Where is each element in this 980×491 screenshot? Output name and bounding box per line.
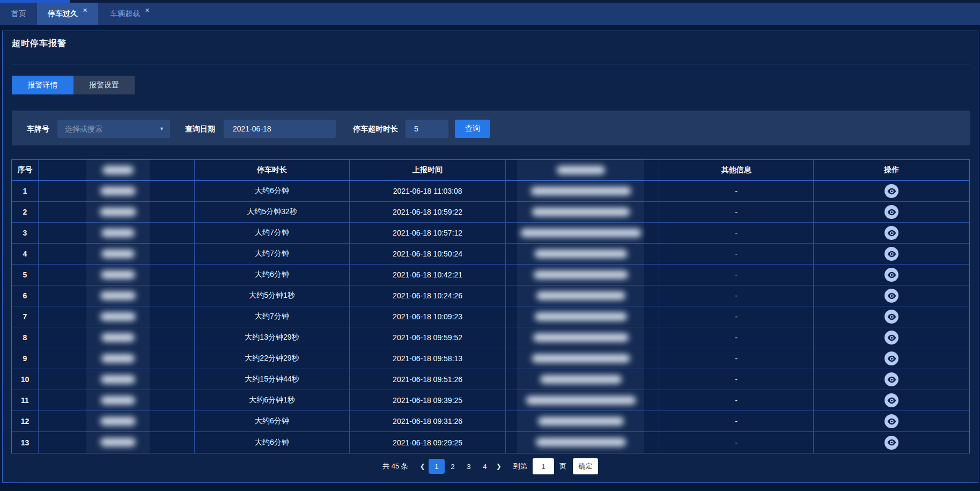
eye-icon <box>887 292 896 299</box>
timeout-input[interactable]: 5 <box>406 120 448 138</box>
chevron-down-icon: ▼ <box>159 120 164 138</box>
view-detail-button[interactable] <box>885 436 898 450</box>
cell-duration: 大约7分钟 <box>195 223 350 243</box>
cell-plate-blurred <box>39 285 195 306</box>
main-panel: 超时停车报警 报警详情 报警设置 车牌号 选择或搜索 ▼ 查询日期 2021-0… <box>2 31 978 483</box>
table-row: 3大约7分钟2021-06-18 10:57:12- <box>12 223 969 244</box>
cell-operation <box>814 181 969 201</box>
cell-location-blurred <box>506 411 659 431</box>
page-number[interactable]: 3 <box>461 459 477 474</box>
view-detail-button[interactable] <box>885 205 898 219</box>
column-header-blurred <box>39 160 195 180</box>
page-number[interactable]: 4 <box>477 459 493 474</box>
cell-plate-blurred <box>39 369 195 390</box>
view-detail-button[interactable] <box>885 372 898 386</box>
view-detail-button[interactable] <box>885 226 898 240</box>
goto-label: 到第 <box>513 461 527 471</box>
cell-plate-blurred <box>39 327 195 348</box>
cell-plate-blurred <box>39 306 195 327</box>
close-icon[interactable]: ✕ <box>145 7 150 14</box>
cell-plate-blurred <box>39 390 195 411</box>
table-row: 10大约15分钟44秒2021-06-18 09:51:26- <box>12 369 969 390</box>
cell-operation <box>814 244 969 264</box>
page-number[interactable]: 2 <box>445 459 461 474</box>
view-detail-button[interactable] <box>885 393 898 407</box>
cell-report-time: 2021-06-18 10:42:21 <box>350 265 506 285</box>
cell-duration: 大约6分钟 <box>195 181 350 201</box>
cell-duration: 大约13分钟29秒 <box>195 327 350 348</box>
cell-location-blurred <box>506 348 659 369</box>
eye-icon <box>887 188 896 195</box>
timeout-label: 停车超时时长 <box>353 120 398 138</box>
window-tab-label: 停车过久 <box>48 9 78 19</box>
cell-operation <box>814 265 969 285</box>
cell-duration: 大约6分钟 <box>195 411 350 431</box>
goto-confirm-button[interactable]: 确定 <box>573 458 598 474</box>
cell-index: 2 <box>12 202 39 222</box>
cell-report-time: 2021-06-18 09:51:26 <box>350 369 506 390</box>
cell-other-info: - <box>659 348 814 369</box>
plate-select[interactable]: 选择或搜索 ▼ <box>57 120 170 138</box>
eye-icon <box>887 209 896 216</box>
eye-icon <box>887 272 896 279</box>
cell-location-blurred <box>506 306 659 327</box>
search-button[interactable]: 查询 <box>455 120 490 138</box>
cell-location-blurred <box>506 223 659 243</box>
window-tab-parking-overtime[interactable]: 停车过久 ✕ <box>37 3 98 25</box>
page-title: 超时停车报警 <box>12 38 67 49</box>
view-detail-button[interactable] <box>885 247 898 261</box>
plate-select-placeholder: 选择或搜索 <box>57 124 102 133</box>
view-detail-button[interactable] <box>885 331 898 345</box>
cell-operation <box>814 285 969 306</box>
title-divider <box>11 64 970 64</box>
cell-plate-blurred <box>39 265 195 285</box>
view-detail-button[interactable] <box>885 414 898 428</box>
cell-index: 12 <box>12 411 39 431</box>
cell-duration: 大约6分钟1秒 <box>195 390 350 411</box>
view-detail-button[interactable] <box>885 310 898 324</box>
cell-other-info: - <box>659 390 814 411</box>
cell-location-blurred <box>506 432 659 453</box>
view-detail-button[interactable] <box>885 268 898 282</box>
tab-alarm-detail[interactable]: 报警详情 <box>12 76 73 94</box>
table-row: 6大约5分钟1秒2021-06-18 10:24:26- <box>12 285 969 306</box>
view-detail-button[interactable] <box>885 184 898 198</box>
goto-page-input[interactable] <box>533 458 554 474</box>
view-detail-button[interactable] <box>885 351 898 365</box>
column-header: 序号 <box>12 160 39 180</box>
cell-report-time: 2021-06-18 10:59:22 <box>350 202 506 222</box>
tab-alarm-settings[interactable]: 报警设置 <box>73 76 135 94</box>
cell-plate-blurred <box>39 223 195 243</box>
table-row: 1大约6分钟2021-06-18 11:03:08- <box>12 181 969 202</box>
eye-icon <box>887 355 896 362</box>
window-tab-vehicle-overload[interactable]: 车辆超载 ✕ <box>98 3 161 25</box>
eye-icon <box>887 439 896 446</box>
prev-page-icon[interactable]: ❮ <box>417 463 429 470</box>
view-detail-button[interactable] <box>885 289 898 303</box>
cell-other-info: - <box>659 432 814 453</box>
cell-index: 1 <box>12 181 39 201</box>
date-input[interactable]: 2021-06-18 <box>224 120 336 138</box>
cell-report-time: 2021-06-18 11:03:08 <box>350 181 506 201</box>
total-count: 共 45 条 <box>382 461 408 471</box>
cell-report-time: 2021-06-18 09:31:26 <box>350 411 506 431</box>
next-page-icon[interactable]: ❯ <box>493 463 505 470</box>
eye-icon <box>887 418 896 425</box>
eye-icon <box>887 397 896 404</box>
cell-other-info: - <box>659 223 814 243</box>
page-number-active[interactable]: 1 <box>429 459 445 474</box>
table-row: 11大约6分钟1秒2021-06-18 09:39:25- <box>12 390 969 411</box>
window-tab-home[interactable]: 首页 <box>0 3 37 25</box>
cell-operation <box>814 348 969 369</box>
cell-plate-blurred <box>39 432 195 453</box>
table-row: 8大约13分钟29秒2021-06-18 09:59:52- <box>12 327 969 348</box>
close-icon[interactable]: ✕ <box>83 7 87 14</box>
cell-operation <box>814 411 969 431</box>
cell-report-time: 2021-06-18 09:39:25 <box>350 390 506 411</box>
column-header: 上报时间 <box>350 160 506 180</box>
cell-index: 11 <box>12 390 39 411</box>
date-label: 查询日期 <box>185 120 215 138</box>
timeout-value: 5 <box>406 124 418 133</box>
cell-other-info: - <box>659 202 814 222</box>
cell-index: 7 <box>12 306 39 327</box>
